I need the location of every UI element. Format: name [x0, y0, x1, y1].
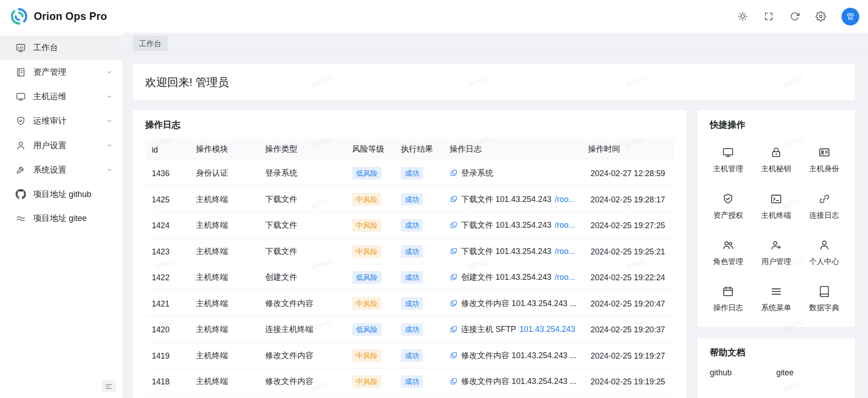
quick-action-item[interactable]: 主机身份 [800, 136, 848, 182]
sidebar-item-label: 项目地址 github [33, 189, 91, 199]
id-card-icon [818, 146, 830, 158]
operation-log-title: 操作日志 [145, 119, 674, 131]
chevron-down-icon [105, 141, 114, 149]
cell-log: 修改文件内容 101.43.254.243 ... [443, 290, 581, 316]
log-link[interactable]: 101.43.254.243 [519, 325, 575, 334]
log-table-row: 1436 身份认证 登录系统 低风险 成功 登录系统 2024-02-27 12… [145, 160, 674, 186]
right-panel: 快捷操作 主机管理 主机秘钥 主机身份 资产授权 主机终端 连接日志 角色管理 … [697, 110, 855, 398]
log-entry[interactable]: 登录系统 [450, 168, 493, 178]
quick-action-item[interactable]: 主机终端 [752, 182, 800, 229]
sidebar-item[interactable]: 用户设置 [0, 133, 123, 158]
menu-icon [770, 285, 783, 297]
copy-icon[interactable] [450, 221, 458, 229]
cell-id: 1425 [145, 186, 190, 212]
quick-action-item[interactable]: 操作日志 [704, 275, 752, 321]
sidebar-collapse-button[interactable] [102, 380, 116, 393]
quick-action-item[interactable]: 主机秘钥 [752, 136, 800, 182]
log-link[interactable]: /roo... [555, 221, 575, 230]
copy-icon[interactable] [450, 169, 458, 177]
link-icon [818, 192, 830, 205]
sidebar-item[interactable]: 系统设置 [0, 158, 123, 182]
sidebar-item[interactable]: 项目地址 gitee [0, 206, 123, 230]
help-doc-link[interactable]: github [710, 368, 776, 377]
cell-risk: 中风险 [346, 238, 394, 264]
sidebar-item-label: 工作台 [33, 43, 58, 53]
log-entry[interactable]: 下载文件 101.43.254.243 /roo... [450, 194, 575, 204]
log-text: 登录系统 [461, 168, 493, 178]
cell-risk: 低风险 [346, 316, 394, 342]
log-entry[interactable]: 下载文件 101.43.254.243 /roo... [450, 220, 575, 230]
copy-icon[interactable] [450, 351, 458, 359]
log-link[interactable]: /roo... [555, 247, 575, 256]
quick-action-label: 主机管理 [713, 164, 743, 173]
fullscreen-button[interactable] [764, 11, 774, 22]
quick-action-item[interactable]: 资产授权 [704, 182, 752, 229]
quick-action-item[interactable]: 用户管理 [752, 229, 800, 275]
copy-icon[interactable] [450, 325, 458, 333]
cell-module: 主机终端 [190, 238, 259, 264]
sidebar-item[interactable]: 运维审计 [0, 109, 123, 133]
copy-icon[interactable] [450, 299, 458, 307]
cell-id: 1423 [145, 238, 190, 264]
sidebar-menu: 工作台 资产管理 主机运维 运维审计 用户设置 系统设置 项目地址 github… [0, 35, 123, 230]
risk-badge: 低风险 [352, 323, 381, 336]
copy-icon[interactable] [450, 377, 458, 385]
monitor-icon [722, 146, 734, 158]
cell-result: 成功 [394, 394, 443, 398]
github-icon [15, 189, 26, 199]
quick-action-item[interactable]: 系统菜单 [752, 275, 800, 321]
refresh-button[interactable] [789, 11, 800, 22]
result-badge: 成功 [401, 297, 423, 310]
cell-module: 主机终端 [190, 212, 259, 238]
user-avatar[interactable]: 管 [841, 8, 859, 25]
quick-action-item[interactable]: 个人中心 [800, 229, 848, 275]
quick-action-item[interactable]: 连接日志 [800, 182, 848, 229]
app-title: Orion Ops Pro [34, 10, 107, 23]
copy-icon[interactable] [450, 273, 458, 281]
sidebar-item-label: 运维审计 [33, 115, 66, 126]
welcome-card: 欢迎回来! 管理员 [133, 64, 855, 100]
cell-log: 修改文件内容 101.43.254.243 ... [443, 368, 581, 394]
log-entry[interactable]: 连接主机 SFTP 101.43.254.243 [450, 324, 575, 334]
tab-workbench[interactable]: 工作台 [133, 36, 167, 51]
cell-risk: 中风险 [346, 368, 394, 394]
help-doc-link[interactable]: gitee [776, 368, 843, 377]
copy-icon[interactable] [450, 247, 458, 255]
cell-type: 连接主机终端 [259, 316, 346, 342]
log-link[interactable]: /roo... [555, 195, 575, 204]
cell-risk: 中风险 [346, 290, 394, 316]
log-entry[interactable]: 创建文件 101.43.254.243 /roo... [450, 272, 575, 282]
log-entry[interactable]: 下载文件 101.43.254.243 /roo... [450, 246, 575, 256]
log-entry[interactable]: 修改文件内容 101.43.254.243 ... [450, 376, 575, 386]
log-text: 下载文件 101.43.254.243 [461, 194, 551, 204]
sidebar-item[interactable]: 主机运维 [0, 84, 123, 109]
sidebar-item-label: 系统设置 [33, 164, 66, 175]
cell-module: 主机终端 [190, 186, 259, 212]
lock-icon [770, 146, 783, 158]
sidebar-item[interactable]: 资产管理 [0, 60, 123, 84]
quick-action-item[interactable]: 主机管理 [704, 136, 752, 182]
cell-risk: 中风险 [346, 342, 394, 369]
quick-action-item[interactable]: 数据字典 [800, 275, 848, 321]
sidebar-item[interactable]: 项目地址 github [0, 182, 123, 206]
settings-button[interactable] [816, 11, 826, 22]
risk-badge: 中风险 [352, 297, 381, 310]
cell-time: 2024-02-25 19:25:21 [581, 238, 674, 264]
cell-time: 2024-02-25 19:27:25 [581, 212, 674, 238]
refresh-icon [789, 11, 800, 21]
users-icon [722, 239, 734, 251]
sidebar-item[interactable]: 工作台 [0, 35, 123, 60]
sidebar-item-label: 项目地址 gitee [33, 213, 86, 224]
cell-risk: 中风险 [346, 186, 394, 212]
quick-action-label: 用户管理 [761, 257, 791, 266]
quick-action-item[interactable]: 角色管理 [704, 229, 752, 275]
result-badge: 成功 [401, 167, 423, 179]
cell-module: 主机终端 [190, 368, 259, 394]
result-badge: 成功 [401, 375, 423, 388]
log-link[interactable]: /roo... [555, 273, 575, 282]
log-entry[interactable]: 修改文件内容 101.43.254.243 ... [450, 350, 575, 360]
copy-icon[interactable] [450, 195, 458, 203]
risk-badge: 中风险 [352, 375, 381, 388]
log-entry[interactable]: 修改文件内容 101.43.254.243 ... [450, 298, 575, 308]
theme-toggle-button[interactable] [737, 11, 748, 22]
